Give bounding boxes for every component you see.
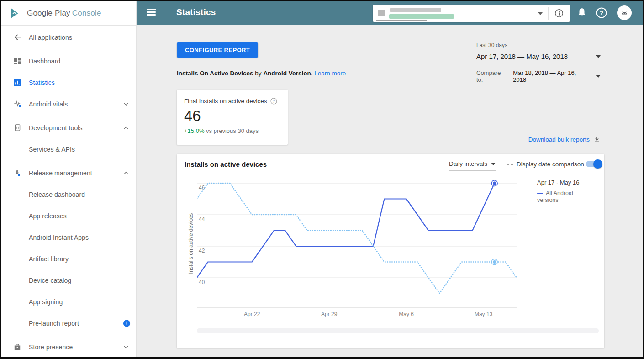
series-dash-icon xyxy=(537,193,543,194)
top-header: Statistics ? xyxy=(137,1,643,25)
date-range-value: Apr 17, 2018 — May 16, 2018 xyxy=(476,53,568,60)
sidebar-item-release-management[interactable]: Release management xyxy=(1,162,136,184)
sidebar-item-label: Services & APIs xyxy=(29,146,75,153)
sidebar-item-device-catalog[interactable]: Device catalog xyxy=(1,269,136,291)
chevron-up-icon[interactable] xyxy=(122,124,130,132)
configure-report-button[interactable]: CONFIGURE REPORT xyxy=(177,42,258,58)
sidebar-item-android-instant-apps[interactable]: Android Instant Apps xyxy=(1,227,136,248)
sidebar-item-app-releases[interactable]: App releases xyxy=(1,205,136,227)
sidebar-item-pre-launch-report[interactable]: Pre-launch report xyxy=(1,312,136,334)
y-tick-label: 42 xyxy=(199,248,205,254)
help-icon[interactable]: ? xyxy=(596,7,607,19)
sidebar-item-store-presence[interactable]: Store presence xyxy=(1,336,136,358)
sidebar-item-label: App signing xyxy=(29,298,63,306)
info-icon[interactable] xyxy=(554,8,564,18)
download-bulk-reports-link[interactable]: Download bulk reports xyxy=(528,136,601,143)
sidebar-item-all-applications[interactable]: All applications xyxy=(1,26,136,48)
sidebar-item-artifact-library[interactable]: Artifact library xyxy=(1,248,136,269)
x-tick-label: May 6 xyxy=(399,311,414,317)
chart-legend: Apr 17 - May 16 All Android versions xyxy=(537,179,587,204)
report-dimension: Android Version xyxy=(263,70,311,77)
sidebar-item-dashboard[interactable]: Dashboard xyxy=(1,50,136,72)
sidebar-item-label: Android Instant Apps xyxy=(29,234,89,241)
compare-range-dropdown[interactable]: Compare to: Mar 18, 2018 — Apr 16, 2018 xyxy=(476,69,601,83)
app-package-redacted xyxy=(389,14,454,19)
sidebar-item-label: Device catalog xyxy=(29,277,71,284)
sidebar-item-label: Statistics xyxy=(29,79,55,86)
summary-value: 46 xyxy=(184,107,280,125)
dropdown-caret-icon[interactable] xyxy=(538,12,543,15)
chart-title: Installs on active devices xyxy=(185,160,267,168)
app-selector[interactable] xyxy=(373,5,570,22)
interval-dropdown[interactable]: Daily intervals xyxy=(449,160,496,171)
installs-line-chart: 40424446Apr 22Apr 29May 6May 13 xyxy=(197,180,517,318)
y-tick-label: 46 xyxy=(199,185,205,191)
compare-label: Compare to: xyxy=(476,69,508,83)
summary-delta: +15.0% vs previous 30 days xyxy=(184,127,280,134)
sidebar-item-label: Store presence xyxy=(29,343,73,351)
chart-card: Installs on active devices Daily interva… xyxy=(177,154,604,348)
dashboard-icon xyxy=(13,57,21,65)
comparison-dash-icon xyxy=(507,164,513,165)
rocket-icon xyxy=(13,169,21,177)
date-comparison-toggle[interactable] xyxy=(586,161,602,167)
x-tick-label: Apr 29 xyxy=(321,311,338,317)
y-axis-title: Installs on active devices xyxy=(188,209,194,278)
svg-text:?: ? xyxy=(600,10,603,16)
main-content: CONFIGURE REPORT Installs On Active Devi… xyxy=(137,25,643,357)
help-circle-icon[interactable]: ? xyxy=(270,98,277,105)
y-tick-label: 40 xyxy=(199,279,205,285)
sidebar-item-development-tools[interactable]: Development tools xyxy=(1,117,136,138)
chevron-up-icon[interactable] xyxy=(122,169,130,177)
y-tick-label: 44 xyxy=(199,216,205,222)
brand-text: Google PlayConsole xyxy=(27,9,101,18)
alert-badge-icon xyxy=(123,319,131,327)
sidebar-item-label: Dashboard xyxy=(29,58,60,65)
download-icon xyxy=(593,136,601,143)
chevron-down-icon[interactable] xyxy=(122,100,130,108)
series-endpoint-dot xyxy=(493,260,496,264)
sidebar-item-label: Pre-launch report xyxy=(29,320,79,327)
sidebar-item-android-vitals[interactable]: Android vitals xyxy=(1,93,136,115)
sidebar: Google PlayConsole All applicationsDashb… xyxy=(1,1,137,357)
sidebar-divider xyxy=(1,335,136,335)
x-tick-label: May 13 xyxy=(475,311,493,317)
sidebar-item-release-dashboard[interactable]: Release dashboard xyxy=(1,184,136,205)
date-range-dropdown[interactable]: Apr 17, 2018 — May 16, 2018 xyxy=(476,53,601,60)
sidebar-nav: All applicationsDashboardStatisticsAndro… xyxy=(1,26,136,358)
devtools-icon xyxy=(13,124,21,132)
sidebar-item-label: App releases xyxy=(29,212,67,220)
report-by: by xyxy=(255,70,261,77)
sidebar-item-label: Artifact library xyxy=(29,255,69,263)
account-avatar[interactable] xyxy=(617,5,632,20)
notifications-bell-icon[interactable] xyxy=(576,7,588,19)
android-avatar-icon xyxy=(620,8,629,17)
chevron-down-icon xyxy=(596,75,601,78)
x-tick-label: Apr 22 xyxy=(244,311,260,317)
date-preset-label: Last 30 days xyxy=(476,42,601,48)
google-play-logo-icon xyxy=(10,7,21,19)
app-window: Google PlayConsole All applicationsDashb… xyxy=(0,0,644,359)
chevron-down-icon xyxy=(596,55,601,58)
sidebar-item-label: Android vitals xyxy=(29,100,68,108)
play-console-logo[interactable]: Google PlayConsole xyxy=(1,1,136,26)
sidebar-item-statistics[interactable]: Statistics xyxy=(1,72,136,93)
menu-icon[interactable] xyxy=(147,9,156,16)
series-solid-line xyxy=(197,183,495,278)
toggle-knob xyxy=(593,159,602,169)
chart-scrollbar[interactable] xyxy=(197,328,599,333)
delta-suffix: vs previous 30 days xyxy=(206,127,259,134)
learn-more-link[interactable]: Learn more xyxy=(314,70,346,77)
sidebar-item-services-apis[interactable]: Services & APIs xyxy=(1,138,136,160)
back-arrow-icon xyxy=(13,33,21,42)
selector-divider xyxy=(548,7,549,20)
app-selector-underline xyxy=(376,20,427,21)
comparison-toggle-label: Display date comparison xyxy=(517,161,584,168)
vitals-icon xyxy=(13,100,21,108)
legend-entry: All Android versions xyxy=(537,190,579,204)
store-icon xyxy=(13,343,21,351)
sidebar-divider xyxy=(1,116,136,116)
sidebar-item-app-signing[interactable]: App signing xyxy=(1,291,136,312)
delta-percent: +15.0% xyxy=(184,127,204,134)
chevron-down-icon[interactable] xyxy=(122,343,130,351)
